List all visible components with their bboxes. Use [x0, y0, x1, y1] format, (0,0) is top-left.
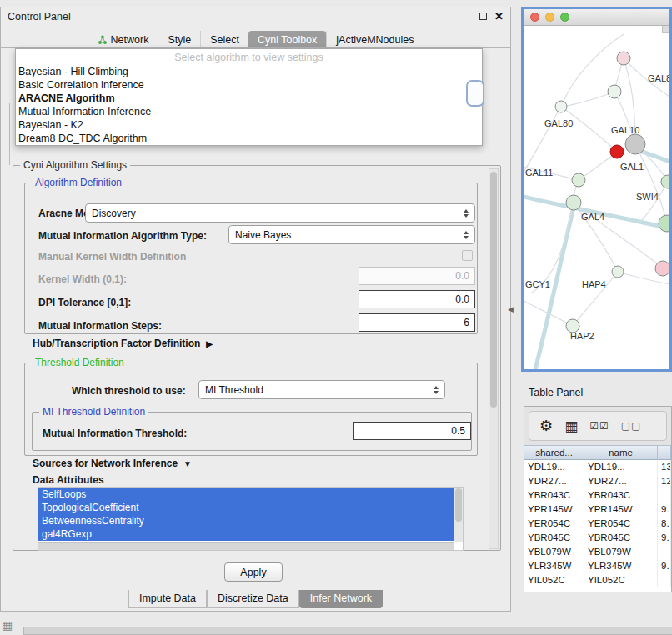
threshold-definition-title: Threshold Definition — [32, 357, 128, 368]
manual-kernel-width-checkbox[interactable] — [462, 250, 473, 261]
settings-scrollbar-thumb[interactable] — [490, 172, 497, 408]
mi-threshold-field[interactable]: 0.5 — [353, 422, 471, 440]
network-node[interactable] — [555, 101, 567, 112]
tab-select[interactable]: Select — [200, 31, 248, 48]
tab-network[interactable]: Network — [88, 31, 158, 48]
tab-label: jActiveMNodules — [336, 34, 414, 46]
table-cell: YBL079W — [524, 545, 584, 559]
network-canvas[interactable]: GAL8 GAL80 GAL10 GAL11 GAL1 SWI4 GAL4 GC… — [524, 26, 669, 369]
control-panel-window: Control Panel ✕ Network Style Select Cyn… — [0, 7, 511, 612]
grid-icon[interactable]: ▦ — [2, 618, 13, 632]
sources-section-toggle[interactable]: Sources for Network Inference ▼ — [33, 458, 192, 469]
attribute-item-selected[interactable]: gal4RGexp — [38, 528, 454, 541]
threshold-definition-group: Threshold Definition Which threshold to … — [24, 362, 478, 456]
table-row[interactable]: YIL052C YIL052C — [524, 573, 671, 588]
attribute-item-selected[interactable]: SelfLoops — [38, 488, 454, 501]
horizontal-scrollbar[interactable] — [23, 627, 672, 635]
network-node[interactable] — [655, 261, 669, 276]
table-row[interactable]: YBR045C YBR045C 9. — [524, 531, 671, 545]
dropdown-placeholder: Select algorithm to view settings — [16, 51, 482, 65]
attribute-list-scrollbar-thumb[interactable] — [455, 488, 462, 522]
select-all-icon[interactable]: ☑☑ — [589, 421, 609, 431]
network-node[interactable] — [617, 52, 630, 65]
deselect-all-icon[interactable]: ▢▢ — [621, 421, 642, 431]
chevron-updown-icon — [464, 209, 469, 218]
table-body: YDL19... YDL19... 13 YDR27... YDR27... 1… — [524, 460, 671, 592]
network-node-selected[interactable] — [610, 145, 624, 158]
table-row[interactable]: YPR145W YPR145W 9. — [524, 502, 671, 517]
dropdown-item[interactable]: Bayesian - Hill Climbing — [16, 65, 482, 78]
table-row[interactable]: YDL19... YDL19... 13 — [524, 460, 671, 474]
network-node[interactable] — [566, 195, 581, 210]
attribute-item-selected[interactable]: BetweennessCentrality — [38, 514, 454, 528]
table-cell: YIL052C — [524, 573, 584, 588]
table-cell — [658, 545, 671, 559]
table-cell: YPR145W — [584, 502, 658, 517]
network-node[interactable] — [661, 175, 669, 188]
apply-button[interactable]: Apply — [224, 562, 283, 582]
which-threshold-label: Which threshold to use: — [72, 385, 186, 397]
settings-scrollbar[interactable] — [489, 168, 499, 549]
node-label: GAL80 — [544, 118, 573, 128]
columns-icon[interactable]: ▦ — [564, 419, 578, 433]
attribute-item-selected[interactable]: TopologicalCoefficient — [38, 501, 454, 514]
network-node[interactable] — [612, 266, 624, 278]
kernel-width-field[interactable]: 0.0 — [359, 267, 475, 285]
dropdown-item[interactable]: Mutual Information Inference — [16, 105, 482, 118]
tab-style[interactable]: Style — [158, 31, 200, 48]
table-row[interactable]: YLR345W YLR345W 9. — [524, 559, 671, 573]
table-row[interactable]: YBL079W YBL079W — [524, 545, 671, 559]
mac-zoom-button[interactable] — [560, 12, 569, 22]
tab-discretize-data[interactable]: Discretize Data — [207, 590, 299, 608]
aracne-mode-combobox[interactable]: Discovery — [85, 203, 475, 222]
table-cell: YBR045C — [524, 531, 584, 545]
network-node[interactable] — [659, 215, 669, 232]
table-cell: 12 — [658, 474, 671, 488]
column-header[interactable] — [658, 445, 671, 460]
table-row[interactable]: YDR27... YDR27... 12 — [524, 474, 671, 488]
mac-close-button[interactable] — [530, 12, 539, 22]
panel-collapse-icon[interactable]: ◀ — [508, 305, 514, 313]
control-panel-titlebar: Control Panel ✕ — [1, 8, 510, 26]
node-label: GAL11 — [525, 168, 553, 178]
table-cell: 8. — [658, 517, 671, 531]
dropdown-item[interactable]: Dream8 DC_TDC Algorithm — [16, 132, 482, 145]
hidden-groupbox-edge — [9, 103, 10, 165]
data-attributes-label: Data Attributes — [33, 474, 104, 486]
attribute-list-hscrollbar[interactable] — [38, 542, 454, 550]
dropdown-item[interactable]: Basic Correlation Inference — [16, 78, 482, 92]
dropdown-item[interactable]: Bayesian - K2 — [16, 118, 482, 132]
column-header[interactable]: name — [584, 445, 658, 460]
network-node[interactable] — [608, 85, 621, 98]
which-threshold-combobox[interactable]: MI Threshold — [198, 380, 445, 399]
float-window-icon[interactable] — [479, 12, 487, 20]
data-attributes-list: SelfLoops TopologicalCoefficient Between… — [38, 487, 464, 551]
gear-icon[interactable]: ⚙ — [539, 418, 553, 433]
column-header[interactable]: shared... — [524, 445, 584, 460]
table-row[interactable]: YBR043C YBR043C — [524, 488, 671, 502]
tab-impute-data[interactable]: Impute Data — [128, 590, 207, 608]
network-node[interactable] — [572, 173, 585, 187]
table-cell: YDR27... — [524, 474, 584, 488]
hub-tf-section-toggle[interactable]: Hub/Transcription Factor Definition ▶ — [33, 338, 213, 349]
dpi-tolerance-field[interactable]: 0.0 — [359, 290, 475, 308]
tab-cyni-toolbox[interactable]: Cyni Toolbox — [248, 31, 326, 48]
mi-steps-field[interactable]: 6 — [359, 313, 475, 332]
tab-infer-network[interactable]: Infer Network — [299, 590, 383, 608]
control-panel-tabbar: Network Style Select Cyni Toolbox jActiv… — [1, 31, 510, 48]
dpi-tolerance-label: DPI Tolerance [0,1]: — [38, 297, 131, 308]
table-toolbar: ⚙ ▦ ☑☑ ▢▢ — [529, 411, 667, 441]
settings-group-title: Cyni Algorithm Settings — [20, 159, 130, 171]
tab-jactivemnodules[interactable]: jActiveMNodules — [326, 31, 423, 48]
mi-type-combobox[interactable]: Naive Bayes — [228, 225, 475, 244]
mac-minimize-button[interactable] — [545, 12, 554, 22]
chevron-down-icon: ▼ — [183, 459, 192, 468]
table-cell: YER054C — [584, 517, 658, 531]
network-node[interactable] — [625, 134, 645, 154]
close-icon[interactable]: ✕ — [494, 12, 504, 21]
network-window-titlebar[interactable] — [524, 9, 669, 26]
table-row[interactable]: YER054C YER054C 8. — [524, 517, 671, 531]
combobox-value: MI Threshold — [205, 384, 263, 396]
attribute-list-scrollbar[interactable] — [454, 488, 463, 542]
dropdown-item-selected[interactable]: ARACNE Algorithm — [16, 92, 482, 105]
